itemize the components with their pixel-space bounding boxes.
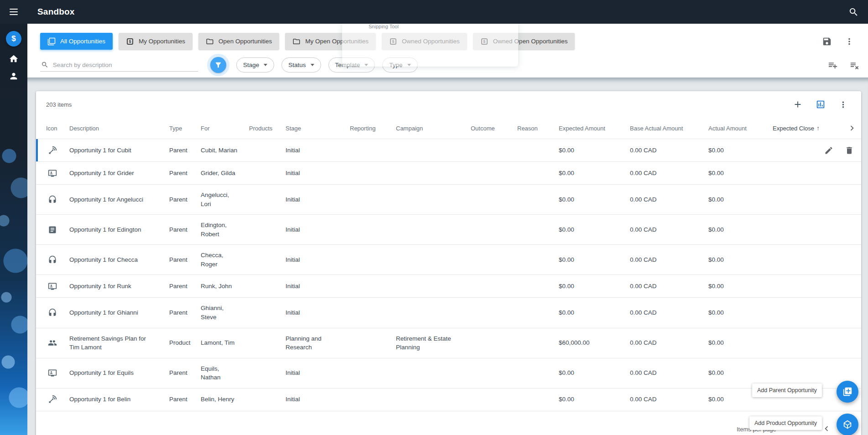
view-button-label: Owned Open Opportunities (493, 38, 568, 45)
row-type: Parent (169, 195, 201, 204)
view-button-open-opportunities[interactable]: Open Opportunities (198, 33, 279, 50)
row-expected-amount: $0.00 (559, 368, 630, 378)
table-row[interactable]: Opportunity 1 for Checca Parent Checca, … (36, 245, 861, 275)
add-parent-opportunity-tooltip: Add Parent Opportunity (752, 383, 822, 397)
table-row[interactable]: Opportunity 1 for Cubit Parent Cubit, Ma… (36, 139, 861, 162)
view-button-my-opportunities[interactable]: $My Opportunities (119, 33, 192, 50)
table-row[interactable]: Retirement Savings Plan for Tim Lamont P… (36, 328, 861, 358)
row-type: Parent (169, 146, 201, 155)
row-expected-amount: $0.00 (559, 225, 630, 234)
row-stage: Initial (286, 169, 350, 178)
chevron-down-icon (264, 64, 267, 66)
column-header-outcome[interactable]: Outcome (471, 125, 517, 132)
search-icon[interactable] (848, 7, 859, 17)
monitor-icon (48, 282, 57, 291)
chevron-left-icon[interactable] (821, 424, 832, 434)
row-type: Product (169, 338, 201, 347)
column-header-campaign[interactable]: Campaign (396, 125, 471, 132)
search-by-description-field[interactable] (40, 58, 198, 72)
row-for: Equils, Nathan (201, 364, 249, 382)
row-description: Opportunity 1 for Equils (69, 368, 169, 378)
view-button-owned-opportunities[interactable]: $Owned Opportunities (382, 33, 467, 50)
row-campaign: Retirement & Estate Planning (396, 334, 471, 352)
card-header: 203 items (36, 91, 861, 118)
column-header-stage[interactable]: Stage (286, 125, 350, 132)
table-row[interactable]: Opportunity 1 for Ghianni Parent Ghianni… (36, 298, 861, 328)
table-row[interactable]: Opportunity 1 for Edington Parent Edingt… (36, 215, 861, 245)
add-parent-opportunity-button[interactable] (837, 381, 858, 403)
row-stage: Initial (286, 282, 350, 291)
home-icon[interactable] (9, 54, 19, 64)
delete-icon[interactable] (845, 146, 854, 155)
table-row[interactable]: Opportunity 1 for Belin Parent Belin, He… (36, 388, 861, 411)
row-for: Lamont, Tim (201, 338, 249, 347)
chart-view-icon[interactable] (816, 99, 826, 109)
table-row[interactable]: Opportunity 1 for Equils Parent Equils, … (36, 358, 861, 388)
column-header-type[interactable]: Type (169, 125, 201, 132)
column-header-actual-amount[interactable]: Actual Amount (708, 125, 773, 132)
menu-icon[interactable] (0, 9, 27, 15)
column-header-reporting[interactable]: Reporting (350, 125, 396, 132)
add-filter-rule-icon[interactable] (828, 60, 838, 70)
view-button-all-opportunities[interactable]: All Opportunities (40, 33, 113, 50)
opportunities-card: 203 items Icon Description Type For Prod… (36, 91, 861, 435)
dollar-square-icon: $ (126, 37, 134, 46)
column-header-base-actual-amount[interactable]: Base Actual Amount (630, 125, 708, 132)
column-header-reason[interactable]: Reason (517, 125, 559, 132)
row-base-actual-amount: 0.00 CAD (630, 395, 708, 404)
row-stage: Initial (286, 146, 350, 155)
clear-filter-rules-icon[interactable] (850, 60, 860, 70)
view-buttons: All Opportunities$My OpportunitiesOpen O… (40, 33, 868, 50)
row-actual-amount: $0.00 (708, 282, 773, 291)
monitor-icon (48, 368, 57, 378)
search-input[interactable] (53, 62, 197, 68)
column-header-for[interactable]: For (201, 125, 249, 132)
pagination-bar: Items per page (36, 419, 861, 435)
row-description: Opportunity 1 for Edington (69, 225, 169, 234)
dollar-square-icon: $ (389, 37, 397, 46)
toolbar-right (822, 36, 854, 47)
filter-row: StageStatusTemplateType (40, 50, 868, 80)
filter-dropdown-stage[interactable]: Stage (236, 57, 274, 72)
row-actual-amount: $0.00 (708, 338, 773, 347)
view-button-label: Open Opportunities (218, 38, 272, 45)
column-header-icon[interactable]: Icon (46, 125, 69, 132)
column-header-products[interactable]: Products (249, 125, 286, 132)
table-row[interactable]: Opportunity 1 for Runk Parent Runk, John… (36, 275, 861, 298)
opportunities-dollar-button[interactable]: $ (6, 31, 21, 47)
row-actual-amount: $0.00 (708, 169, 773, 178)
more-options-icon[interactable] (844, 36, 854, 47)
column-header-description[interactable]: Description (69, 125, 169, 132)
column-header-expected-amount[interactable]: Expected Amount (559, 125, 630, 132)
add-product-opportunity-button[interactable] (837, 414, 858, 435)
row-expected-amount: $0.00 (559, 308, 630, 317)
table-options-icon[interactable] (838, 100, 848, 109)
row-stage: Initial (286, 308, 350, 317)
row-for: Edington, Robert (201, 221, 249, 238)
row-actual-amount: $0.00 (708, 225, 773, 234)
table-row[interactable]: Opportunity 1 for Grider Parent Grider, … (36, 162, 861, 185)
column-header-expected-close[interactable]: Expected Close ↑ (773, 124, 843, 132)
row-expected-amount: $0.00 (559, 395, 630, 404)
contact-person-icon[interactable] (9, 71, 19, 81)
chevron-down-icon (407, 64, 411, 66)
row-base-actual-amount: 0.00 CAD (630, 146, 708, 155)
filter-dropdown-status[interactable]: Status (281, 57, 321, 72)
row-base-actual-amount: 0.00 CAD (630, 169, 708, 178)
row-expected-amount: $0.00 (559, 195, 630, 204)
save-view-icon[interactable] (822, 36, 832, 47)
view-button-owned-open-opportunities[interactable]: $Owned Open Opportunities (473, 33, 575, 50)
filter-dropdown-template[interactable]: Template (328, 57, 375, 72)
table-body: Opportunity 1 for Cubit Parent Cubit, Ma… (36, 139, 861, 411)
row-for: Angelucci, Lori (201, 191, 249, 208)
view-button-my-open-opportunities[interactable]: My Open Opportunities (285, 33, 376, 50)
headset-icon (48, 255, 57, 264)
chevron-right-icon[interactable] (847, 123, 857, 133)
table-row[interactable]: Opportunity 1 for Angelucci Parent Angel… (36, 185, 861, 215)
row-stage: Initial (286, 395, 350, 404)
edit-icon[interactable] (824, 146, 833, 155)
filter-dropdown-type[interactable]: Type (382, 57, 417, 72)
add-item-icon[interactable] (793, 99, 803, 109)
filter-button[interactable] (210, 57, 226, 73)
row-type: Parent (169, 169, 201, 178)
